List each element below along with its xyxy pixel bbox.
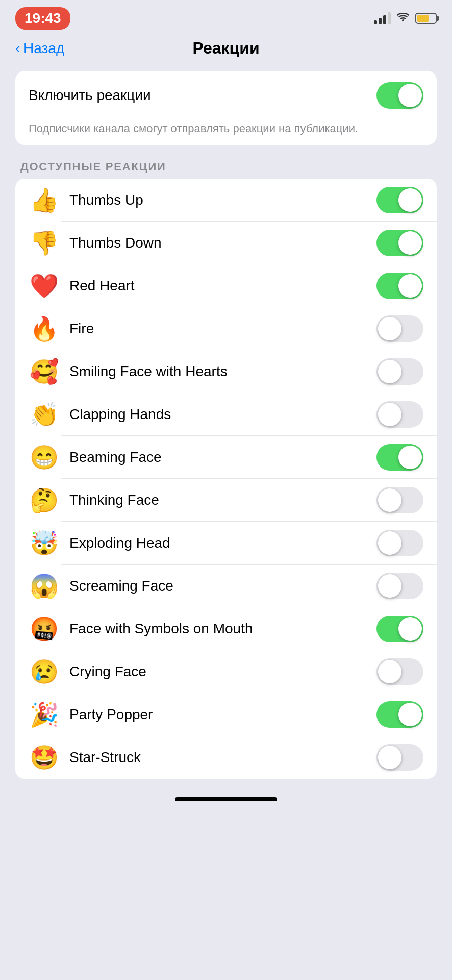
toggle-knob xyxy=(378,403,401,426)
reaction-name: Screaming Face xyxy=(59,578,376,594)
reaction-row: 🤯Exploding Head xyxy=(15,522,437,565)
reaction-emoji: 😁 xyxy=(29,446,59,469)
reaction-row: ❤️Red Heart xyxy=(15,264,437,307)
toggle-knob xyxy=(398,84,422,107)
signal-icon xyxy=(374,12,391,24)
reaction-emoji: 🥰 xyxy=(29,360,59,383)
home-bar xyxy=(175,797,277,801)
reaction-row: 🥰Smiling Face with Hearts xyxy=(15,350,437,393)
reaction-emoji: ❤️ xyxy=(29,274,59,298)
reaction-name: Thinking Face xyxy=(59,492,376,508)
reaction-toggle[interactable] xyxy=(376,658,423,685)
enable-reactions-card: Включить реакции Подписчики канала смогу… xyxy=(15,71,437,145)
reaction-name: Exploding Head xyxy=(59,535,376,551)
reaction-name: Beaming Face xyxy=(59,449,376,465)
reaction-toggle[interactable] xyxy=(376,187,423,213)
reaction-name: Fire xyxy=(59,321,376,337)
toggle-knob xyxy=(398,231,422,255)
reactions-hint: Подписчики канала смогут отправлять реак… xyxy=(15,120,437,145)
reaction-toggle[interactable] xyxy=(376,616,423,642)
reaction-row: 🤔Thinking Face xyxy=(15,479,437,522)
main-content: Включить реакции Подписчики канала смогу… xyxy=(0,66,452,779)
reaction-toggle[interactable] xyxy=(376,701,423,728)
enable-reactions-toggle[interactable] xyxy=(376,82,423,109)
svg-point-0 xyxy=(402,19,404,21)
back-button[interactable]: ‹ Назад xyxy=(15,40,64,57)
toggle-knob xyxy=(378,574,401,598)
reaction-emoji: 😢 xyxy=(29,660,59,683)
reaction-toggle[interactable] xyxy=(376,358,423,385)
reaction-emoji: 👍 xyxy=(29,188,59,212)
reaction-name: Clapping Hands xyxy=(59,406,376,423)
toggle-knob xyxy=(398,617,422,641)
toggle-knob xyxy=(398,188,422,212)
reaction-row: 👏Clapping Hands xyxy=(15,393,437,436)
reaction-row: 🔥Fire xyxy=(15,307,437,350)
wifi-icon xyxy=(396,11,410,26)
reaction-emoji: 🤔 xyxy=(29,488,59,512)
toggle-knob xyxy=(378,660,401,683)
nav-bar: ‹ Назад Реакции xyxy=(0,34,452,66)
toggle-knob xyxy=(378,746,401,769)
reaction-row: 😁Beaming Face xyxy=(15,436,437,479)
reaction-toggle[interactable] xyxy=(376,573,423,599)
reaction-toggle[interactable] xyxy=(376,401,423,428)
reaction-name: Face with Symbols on Mouth xyxy=(59,621,376,637)
reaction-emoji: 👎 xyxy=(29,231,59,255)
reaction-emoji: 😱 xyxy=(29,574,59,598)
reaction-row: 🤬Face with Symbols on Mouth xyxy=(15,607,437,650)
reaction-name: Thumbs Up xyxy=(59,192,376,208)
reaction-row: 👍Thumbs Up xyxy=(15,179,437,222)
toggle-knob xyxy=(378,531,401,555)
section-header: ДОСТУПНЫЕ РЕАКЦИИ xyxy=(15,150,437,179)
reaction-toggle[interactable] xyxy=(376,230,423,256)
toggle-knob xyxy=(378,360,401,383)
home-indicator xyxy=(0,789,452,805)
toggle-knob xyxy=(398,446,422,469)
back-chevron-icon: ‹ xyxy=(15,40,20,56)
enable-reactions-row: Включить реакции xyxy=(15,71,437,120)
status-time: 19:43 xyxy=(15,7,70,30)
reaction-emoji: 🤬 xyxy=(29,617,59,641)
reaction-toggle[interactable] xyxy=(376,530,423,556)
reaction-row: 🤩Star-Struck xyxy=(15,736,437,779)
reaction-toggle[interactable] xyxy=(376,744,423,771)
status-icons xyxy=(374,11,437,26)
enable-reactions-label: Включить реакции xyxy=(29,87,151,104)
battery-icon xyxy=(415,13,437,24)
reaction-row: 😢Crying Face xyxy=(15,650,437,693)
reaction-emoji: 🤩 xyxy=(29,746,59,769)
reaction-row: 😱Screaming Face xyxy=(15,565,437,607)
reaction-toggle[interactable] xyxy=(376,487,423,513)
reaction-row: 👎Thumbs Down xyxy=(15,222,437,264)
reaction-emoji: 👏 xyxy=(29,403,59,426)
reaction-emoji: 🤯 xyxy=(29,531,59,555)
reaction-toggle[interactable] xyxy=(376,273,423,299)
reaction-name: Smiling Face with Hearts xyxy=(59,363,376,380)
reaction-toggle[interactable] xyxy=(376,315,423,342)
toggle-knob xyxy=(398,274,422,298)
toggle-knob xyxy=(378,488,401,512)
page-title: Реакции xyxy=(192,39,259,58)
status-bar: 19:43 xyxy=(0,0,452,34)
reaction-name: Crying Face xyxy=(59,664,376,680)
reactions-list: 👍Thumbs Up👎Thumbs Down❤️Red Heart🔥Fire🥰S… xyxy=(15,179,437,779)
reaction-name: Red Heart xyxy=(59,278,376,294)
reaction-toggle[interactable] xyxy=(376,444,423,471)
toggle-knob xyxy=(398,703,422,726)
reaction-name: Thumbs Down xyxy=(59,235,376,251)
reaction-emoji: 🔥 xyxy=(29,317,59,340)
reaction-name: Star-Struck xyxy=(59,749,376,766)
back-label: Назад xyxy=(23,40,64,57)
reaction-row: 🎉Party Popper xyxy=(15,693,437,736)
toggle-knob xyxy=(378,317,401,340)
reaction-name: Party Popper xyxy=(59,706,376,723)
reaction-emoji: 🎉 xyxy=(29,703,59,726)
